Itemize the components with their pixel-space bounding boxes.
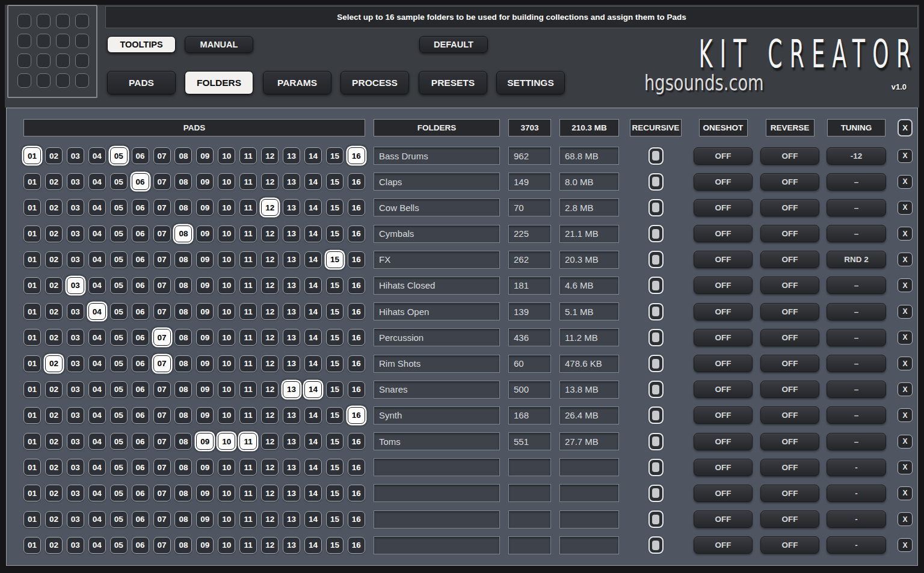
pad-button-10[interactable]: 10 bbox=[218, 381, 235, 398]
pad-button-04[interactable]: 04 bbox=[88, 329, 106, 346]
pad-button-06[interactable]: 06 bbox=[132, 381, 149, 398]
oneshot-toggle-button[interactable]: OFF bbox=[694, 173, 753, 191]
pad-button-05[interactable]: 05 bbox=[110, 147, 128, 164]
pad-button-16[interactable]: 16 bbox=[348, 485, 365, 501]
oneshot-toggle-button[interactable]: OFF bbox=[694, 459, 753, 476]
pad-button-15[interactable]: 15 bbox=[326, 355, 343, 372]
reverse-toggle-button[interactable]: OFF bbox=[760, 406, 819, 424]
pad-button-14[interactable]: 14 bbox=[304, 433, 322, 450]
pad-button-03[interactable]: 03 bbox=[67, 173, 84, 190]
clear-row-button[interactable]: X bbox=[898, 278, 913, 292]
pad-button-14[interactable]: 14 bbox=[304, 407, 322, 424]
pad-button-16[interactable]: 16 bbox=[348, 251, 365, 268]
pad-button-14[interactable]: 14 bbox=[304, 303, 322, 320]
pad-button-02[interactable]: 02 bbox=[45, 433, 63, 450]
pad-button-12[interactable]: 12 bbox=[261, 147, 279, 164]
pad-button-04[interactable]: 04 bbox=[88, 199, 106, 216]
pad-button-08[interactable]: 08 bbox=[174, 433, 192, 450]
pad-button-03[interactable]: 03 bbox=[67, 407, 84, 424]
pad-button-02[interactable]: 02 bbox=[45, 173, 63, 190]
pad-button-08[interactable]: 08 bbox=[174, 511, 192, 528]
pad-button-16[interactable]: 16 bbox=[348, 381, 365, 398]
pad-button-10[interactable]: 10 bbox=[218, 251, 235, 268]
pad-button-12[interactable]: 12 bbox=[261, 329, 279, 346]
manual-button[interactable]: MANUAL bbox=[185, 36, 253, 53]
recursive-checkbox[interactable] bbox=[648, 433, 664, 450]
pad-button-02[interactable]: 02 bbox=[45, 199, 63, 216]
recursive-checkbox[interactable] bbox=[648, 355, 664, 372]
clear-row-button[interactable]: X bbox=[898, 486, 913, 500]
pad-button-06[interactable]: 06 bbox=[132, 225, 149, 242]
pad-button-03[interactable]: 03 bbox=[67, 303, 84, 320]
pad-button-10[interactable]: 10 bbox=[218, 355, 235, 372]
pad-button-12[interactable]: 12 bbox=[261, 381, 279, 398]
pad-button-08[interactable]: 08 bbox=[174, 303, 192, 320]
pad-button-10[interactable]: 10 bbox=[218, 459, 235, 476]
tuning-button[interactable]: RND 2 bbox=[827, 251, 886, 268]
pad-button-09[interactable]: 09 bbox=[196, 459, 214, 476]
pad-button-12[interactable]: 12 bbox=[261, 511, 279, 528]
pad-button-09[interactable]: 09 bbox=[196, 277, 214, 294]
pad-button-08[interactable]: 08 bbox=[174, 355, 192, 372]
tuning-button[interactable]: – bbox=[827, 355, 886, 372]
pad-button-14[interactable]: 14 bbox=[304, 485, 322, 501]
pad-button-13[interactable]: 13 bbox=[283, 277, 300, 294]
reverse-toggle-button[interactable]: OFF bbox=[760, 510, 819, 528]
pad-button-01[interactable]: 01 bbox=[23, 199, 41, 216]
pad-button-16[interactable]: 16 bbox=[348, 433, 365, 450]
pad-button-11[interactable]: 11 bbox=[239, 277, 257, 294]
pad-button-02[interactable]: 02 bbox=[45, 251, 63, 268]
pad-button-01[interactable]: 01 bbox=[23, 173, 41, 190]
pad-button-11[interactable]: 11 bbox=[239, 511, 257, 528]
pad-button-07[interactable]: 07 bbox=[153, 173, 171, 190]
tab-params[interactable]: PARAMS bbox=[263, 71, 331, 94]
pad-button-11[interactable]: 11 bbox=[239, 459, 257, 476]
pad-button-05[interactable]: 05 bbox=[110, 511, 128, 528]
pad-button-15[interactable]: 15 bbox=[326, 303, 343, 320]
pad-button-04[interactable]: 04 bbox=[88, 485, 106, 501]
folder-name-field[interactable] bbox=[374, 510, 500, 529]
recursive-checkbox[interactable] bbox=[648, 225, 664, 242]
oneshot-toggle-button[interactable]: OFF bbox=[694, 199, 753, 216]
clear-row-button[interactable]: X bbox=[898, 408, 913, 422]
pad-button-09[interactable]: 09 bbox=[196, 147, 214, 164]
pad-button-11[interactable]: 11 bbox=[239, 355, 257, 372]
pad-button-04[interactable]: 04 bbox=[88, 537, 106, 554]
pad-button-09[interactable]: 09 bbox=[196, 381, 214, 398]
oneshot-toggle-button[interactable]: OFF bbox=[694, 355, 753, 372]
oneshot-toggle-button[interactable]: OFF bbox=[694, 303, 753, 320]
pad-button-16[interactable]: 16 bbox=[348, 199, 365, 216]
oneshot-toggle-button[interactable]: OFF bbox=[694, 381, 753, 398]
pad-button-07[interactable]: 07 bbox=[153, 251, 171, 268]
pad-button-09[interactable]: 09 bbox=[196, 303, 214, 320]
pad-button-07[interactable]: 07 bbox=[153, 433, 171, 450]
folder-name-field[interactable]: Hihats Closed bbox=[374, 277, 500, 295]
pad-button-10[interactable]: 10 bbox=[218, 433, 235, 450]
pad-button-13[interactable]: 13 bbox=[283, 537, 300, 554]
pad-button-07[interactable]: 07 bbox=[153, 199, 171, 216]
pad-button-07[interactable]: 07 bbox=[153, 485, 171, 501]
pad-button-15[interactable]: 15 bbox=[326, 147, 343, 164]
pad-button-05[interactable]: 05 bbox=[110, 277, 128, 294]
pad-button-07[interactable]: 07 bbox=[153, 407, 171, 424]
pad-button-08[interactable]: 08 bbox=[174, 407, 192, 424]
clear-row-button[interactable]: X bbox=[898, 357, 913, 370]
recursive-checkbox[interactable] bbox=[648, 406, 664, 424]
pad-button-05[interactable]: 05 bbox=[110, 381, 128, 398]
pad-button-06[interactable]: 06 bbox=[132, 277, 149, 294]
oneshot-toggle-button[interactable]: OFF bbox=[694, 406, 753, 424]
pad-button-03[interactable]: 03 bbox=[67, 199, 84, 216]
folder-name-field[interactable]: Claps bbox=[374, 173, 500, 191]
oneshot-toggle-button[interactable]: OFF bbox=[694, 225, 753, 242]
tuning-button[interactable]: – bbox=[827, 199, 886, 216]
pad-button-11[interactable]: 11 bbox=[239, 147, 257, 164]
pad-button-05[interactable]: 05 bbox=[110, 537, 128, 554]
pad-button-02[interactable]: 02 bbox=[45, 355, 63, 372]
pad-button-11[interactable]: 11 bbox=[239, 537, 257, 554]
reverse-toggle-button[interactable]: OFF bbox=[760, 433, 819, 450]
pad-button-02[interactable]: 02 bbox=[45, 277, 63, 294]
pad-button-12[interactable]: 12 bbox=[261, 225, 279, 242]
pad-button-05[interactable]: 05 bbox=[110, 355, 128, 372]
pad-button-11[interactable]: 11 bbox=[239, 225, 257, 242]
pad-button-07[interactable]: 07 bbox=[153, 459, 171, 476]
